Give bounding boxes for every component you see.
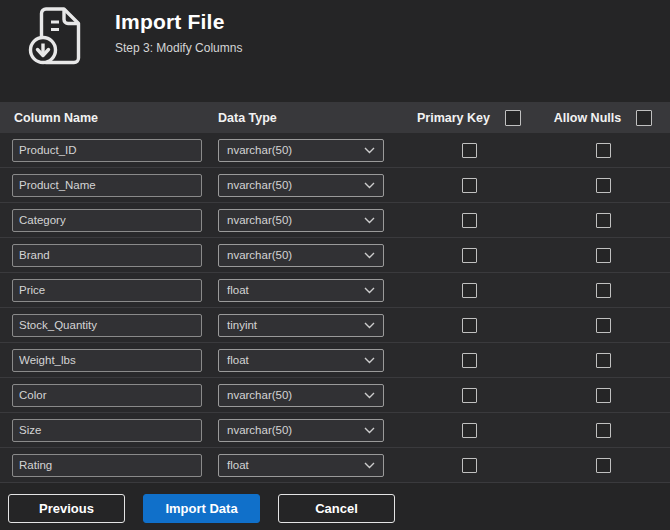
- data-type-value: nvarchar(50): [227, 144, 292, 156]
- chevron-down-icon: [364, 182, 375, 189]
- data-type-dropdown[interactable]: nvarchar(50): [218, 384, 384, 407]
- data-type-dropdown[interactable]: float: [218, 349, 384, 372]
- allow-nulls-cell: [536, 458, 670, 473]
- column-name-input[interactable]: [12, 139, 202, 162]
- allow-nulls-checkbox[interactable]: [596, 248, 611, 263]
- column-name-cell: [0, 244, 206, 267]
- data-type-cell: nvarchar(50): [206, 139, 402, 162]
- allow-nulls-checkbox[interactable]: [596, 143, 611, 158]
- primary-key-cell: [402, 178, 536, 193]
- chevron-down-icon: [364, 462, 375, 469]
- column-name-cell: [0, 314, 206, 337]
- data-type-dropdown[interactable]: nvarchar(50): [218, 209, 384, 232]
- primary-key-checkbox[interactable]: [462, 353, 477, 368]
- allow-nulls-select-all-checkbox[interactable]: [636, 110, 652, 126]
- column-name-input[interactable]: [12, 279, 202, 302]
- data-type-value: float: [227, 459, 249, 471]
- data-type-cell: nvarchar(50): [206, 174, 402, 197]
- data-type-cell: float: [206, 454, 402, 477]
- cancel-button[interactable]: Cancel: [278, 494, 395, 523]
- column-name-input[interactable]: [12, 244, 202, 267]
- import-data-button[interactable]: Import Data: [143, 494, 260, 523]
- primary-key-select-all-checkbox[interactable]: [505, 110, 521, 126]
- import-file-icon: [25, 6, 91, 66]
- primary-key-header-label: Primary Key: [417, 111, 490, 125]
- column-name-input[interactable]: [12, 314, 202, 337]
- column-name-cell: [0, 349, 206, 372]
- column-name-input[interactable]: [12, 174, 202, 197]
- data-type-dropdown[interactable]: tinyint: [218, 314, 384, 337]
- data-type-dropdown[interactable]: float: [218, 279, 384, 302]
- allow-nulls-cell: [536, 178, 670, 193]
- col-header-column-name: Column Name: [0, 111, 206, 125]
- allow-nulls-checkbox[interactable]: [596, 213, 611, 228]
- col-header-data-type: Data Type: [206, 111, 402, 125]
- primary-key-cell: [402, 318, 536, 333]
- allow-nulls-cell: [536, 143, 670, 158]
- allow-nulls-header-label: Allow Nulls: [554, 111, 621, 125]
- footer-buttons: Previous Import Data Cancel: [8, 494, 395, 523]
- column-name-input[interactable]: [12, 384, 202, 407]
- header-titles: Import File Step 3: Modify Columns: [115, 10, 242, 55]
- primary-key-cell: [402, 143, 536, 158]
- data-type-value: nvarchar(50): [227, 424, 292, 436]
- column-name-cell: [0, 139, 206, 162]
- primary-key-checkbox[interactable]: [462, 248, 477, 263]
- allow-nulls-checkbox[interactable]: [596, 178, 611, 193]
- table-row: float: [0, 343, 670, 378]
- allow-nulls-checkbox[interactable]: [596, 283, 611, 298]
- import-file-dialog: Import File Step 3: Modify Columns Colum…: [0, 0, 670, 530]
- primary-key-checkbox[interactable]: [462, 388, 477, 403]
- data-type-dropdown[interactable]: nvarchar(50): [218, 419, 384, 442]
- data-type-cell: nvarchar(50): [206, 244, 402, 267]
- primary-key-cell: [402, 353, 536, 368]
- primary-key-checkbox[interactable]: [462, 318, 477, 333]
- column-name-input[interactable]: [12, 349, 202, 372]
- allow-nulls-cell: [536, 283, 670, 298]
- column-name-input[interactable]: [12, 419, 202, 442]
- data-type-dropdown[interactable]: nvarchar(50): [218, 139, 384, 162]
- allow-nulls-checkbox[interactable]: [596, 388, 611, 403]
- data-type-value: float: [227, 354, 249, 366]
- allow-nulls-checkbox[interactable]: [596, 423, 611, 438]
- column-name-cell: [0, 384, 206, 407]
- data-type-cell: nvarchar(50): [206, 419, 402, 442]
- table-row: nvarchar(50): [0, 238, 670, 273]
- column-name-input[interactable]: [12, 454, 202, 477]
- column-name-cell: [0, 454, 206, 477]
- primary-key-checkbox[interactable]: [462, 213, 477, 228]
- table-row: nvarchar(50): [0, 203, 670, 238]
- table-row: float: [0, 448, 670, 483]
- allow-nulls-checkbox[interactable]: [596, 353, 611, 368]
- primary-key-checkbox[interactable]: [462, 283, 477, 298]
- column-name-cell: [0, 174, 206, 197]
- chevron-down-icon: [364, 252, 375, 259]
- primary-key-checkbox[interactable]: [462, 143, 477, 158]
- allow-nulls-cell: [536, 213, 670, 228]
- table-body: nvarchar(50) nvarchar(50): [0, 133, 670, 483]
- data-type-value: nvarchar(50): [227, 214, 292, 226]
- data-type-dropdown[interactable]: nvarchar(50): [218, 244, 384, 267]
- primary-key-cell: [402, 248, 536, 263]
- allow-nulls-checkbox[interactable]: [596, 318, 611, 333]
- allow-nulls-checkbox[interactable]: [596, 458, 611, 473]
- data-type-dropdown[interactable]: float: [218, 454, 384, 477]
- table-row: nvarchar(50): [0, 413, 670, 448]
- chevron-down-icon: [364, 427, 375, 434]
- primary-key-cell: [402, 458, 536, 473]
- dialog-header: Import File Step 3: Modify Columns: [0, 0, 670, 102]
- column-name-cell: [0, 419, 206, 442]
- data-type-cell: float: [206, 279, 402, 302]
- data-type-value: nvarchar(50): [227, 389, 292, 401]
- data-type-dropdown[interactable]: nvarchar(50): [218, 174, 384, 197]
- data-type-cell: float: [206, 349, 402, 372]
- allow-nulls-cell: [536, 423, 670, 438]
- primary-key-checkbox[interactable]: [462, 178, 477, 193]
- allow-nulls-cell: [536, 248, 670, 263]
- page-title: Import File: [115, 10, 242, 34]
- primary-key-checkbox[interactable]: [462, 423, 477, 438]
- previous-button[interactable]: Previous: [8, 494, 125, 523]
- column-name-input[interactable]: [12, 209, 202, 232]
- allow-nulls-cell: [536, 318, 670, 333]
- primary-key-checkbox[interactable]: [462, 458, 477, 473]
